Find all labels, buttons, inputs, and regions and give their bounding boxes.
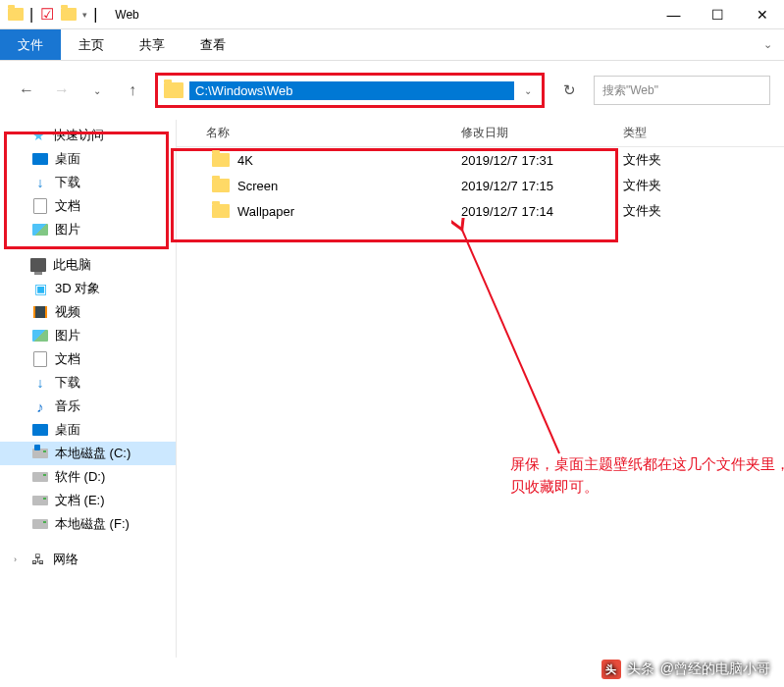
sidebar-label: 桌面: [55, 150, 80, 168]
sidebar-label: 文档 (E:): [55, 492, 105, 509]
sidebar-label: 音乐: [55, 397, 80, 415]
ribbon-file-tab[interactable]: 文件: [0, 29, 61, 60]
sidebar-item-documents[interactable]: 文档: [0, 194, 176, 218]
folder-icon[interactable]: [61, 7, 77, 23]
sidebar-item-this-pc[interactable]: 此电脑: [0, 253, 176, 277]
file-date: 2019/12/7 17:14: [461, 204, 623, 219]
folder-icon: [212, 179, 230, 192]
watermark: 头 头条 @曾经的电脑小哥: [601, 660, 770, 679]
file-row[interactable]: Screen 2019/12/7 17:15 文件夹: [177, 173, 784, 198]
folder-icon: [212, 153, 230, 167]
qat-dropdown-icon[interactable]: ▾: [82, 10, 87, 20]
chevron-down-icon[interactable]: ⌄: [514, 85, 542, 96]
ribbon-tab-share[interactable]: 共享: [122, 29, 183, 60]
column-header-name[interactable]: 名称: [177, 125, 461, 141]
sidebar-label: 图片: [55, 327, 80, 344]
folder-icon: [8, 7, 24, 23]
file-date: 2019/12/7 17:31: [461, 153, 623, 168]
file-name: Screen: [237, 179, 278, 193]
back-button[interactable]: ←: [14, 78, 39, 103]
ribbon-expand-icon[interactable]: ⌄: [752, 38, 784, 51]
sidebar-label: 下载: [55, 174, 80, 191]
sidebar-label: 本地磁盘 (F:): [55, 515, 130, 533]
sidebar-item-pictures[interactable]: 图片: [0, 218, 176, 241]
sidebar-label: 3D 对象: [55, 280, 100, 297]
ribbon: 文件 主页 共享 查看 ⌄: [0, 29, 784, 61]
title-bar: | ☑ ▾ | Web — ☐ ✕: [0, 0, 784, 29]
recent-dropdown-icon[interactable]: ⌄: [84, 78, 110, 103]
divider: |: [29, 6, 33, 24]
sidebar-item-desktop[interactable]: 桌面: [0, 147, 176, 171]
file-row[interactable]: Wallpaper 2019/12/7 17:14 文件夹: [177, 198, 784, 224]
ribbon-tab-home[interactable]: 主页: [61, 29, 122, 60]
refresh-button[interactable]: ↻: [554, 76, 584, 105]
quick-access-toolbar: | ☑ ▾ |: [0, 6, 105, 24]
address-path[interactable]: C:\Windows\Web: [189, 81, 514, 100]
annotation-text: 屏保，桌面主题壁纸都在这几个文件夹里，拷贝收藏即可。: [510, 453, 784, 498]
sidebar: ★快速访问 桌面 ↓下载 文档 图片 此电脑 ▣3D 对象 视频 图片 文档 ↓…: [0, 120, 177, 658]
file-name: 4K: [237, 153, 253, 168]
folder-icon: [212, 204, 230, 218]
divider: |: [93, 6, 97, 24]
column-header-date[interactable]: 修改日期: [461, 125, 623, 141]
sidebar-item-documents[interactable]: 文档: [0, 347, 176, 371]
sidebar-item-desktop[interactable]: 桌面: [0, 418, 176, 442]
content-area: ★快速访问 桌面 ↓下载 文档 图片 此电脑 ▣3D 对象 视频 图片 文档 ↓…: [0, 120, 784, 658]
file-type: 文件夹: [623, 151, 784, 169]
forward-button[interactable]: →: [49, 78, 75, 103]
up-button[interactable]: ↑: [120, 78, 145, 103]
file-name: Wallpaper: [237, 204, 294, 219]
sidebar-item-drive-d[interactable]: 软件 (D:): [0, 465, 176, 489]
search-input[interactable]: 搜索"Web": [594, 76, 770, 105]
sidebar-label: 桌面: [55, 421, 80, 439]
sidebar-label: 此电脑: [53, 256, 91, 274]
sidebar-item-drive-e[interactable]: 文档 (E:): [0, 489, 176, 512]
file-list-area: 名称 修改日期 类型 4K 2019/12/7 17:31 文件夹 Screen…: [177, 120, 784, 658]
file-date: 2019/12/7 17:15: [461, 179, 623, 193]
watermark-author: @曾经的电脑小哥: [660, 661, 770, 678]
sidebar-item-music[interactable]: ♪音乐: [0, 395, 176, 418]
svg-line-0: [461, 228, 559, 453]
annotation-arrow: [451, 218, 589, 463]
sidebar-label: 网络: [53, 551, 78, 568]
sidebar-label: 软件 (D:): [55, 468, 105, 486]
sidebar-label: 下载: [55, 374, 80, 392]
sidebar-label: 本地磁盘 (C:): [55, 445, 131, 462]
sidebar-item-3d-objects[interactable]: ▣3D 对象: [0, 277, 176, 300]
sidebar-item-network[interactable]: ›🖧网络: [0, 548, 176, 571]
file-row[interactable]: 4K 2019/12/7 17:31 文件夹: [177, 147, 784, 173]
window-controls: — ☐ ✕: [652, 0, 784, 29]
file-type: 文件夹: [623, 202, 784, 220]
sidebar-label: 文档: [55, 197, 80, 215]
window-title: Web: [105, 8, 652, 22]
ribbon-tab-view[interactable]: 查看: [183, 29, 243, 60]
sidebar-label: 文档: [55, 350, 80, 368]
sidebar-item-drive-c[interactable]: 本地磁盘 (C:): [0, 442, 176, 465]
close-button[interactable]: ✕: [740, 0, 784, 29]
column-header-type[interactable]: 类型: [623, 125, 784, 141]
minimize-button[interactable]: —: [652, 0, 696, 29]
sidebar-label: 视频: [55, 303, 80, 321]
watermark-prefix: 头条: [627, 661, 654, 678]
sidebar-label: 快速访问: [53, 127, 104, 144]
sidebar-item-downloads[interactable]: ↓下载: [0, 171, 176, 194]
sidebar-label: 图片: [55, 221, 80, 238]
watermark-logo-icon: 头: [601, 660, 621, 679]
sidebar-item-downloads[interactable]: ↓下载: [0, 371, 176, 395]
file-rows: 4K 2019/12/7 17:31 文件夹 Screen 2019/12/7 …: [177, 147, 784, 224]
nav-bar: ← → ⌄ ↑ C:\Windows\Web ⌄ ↻ 搜索"Web": [0, 61, 784, 120]
sidebar-item-drive-f[interactable]: 本地磁盘 (F:): [0, 512, 176, 536]
sidebar-item-pictures[interactable]: 图片: [0, 324, 176, 347]
maximize-button[interactable]: ☐: [696, 0, 740, 29]
checkbox-icon[interactable]: ☑: [39, 7, 55, 23]
folder-icon: [164, 82, 183, 98]
column-headers: 名称 修改日期 类型: [177, 120, 784, 147]
sidebar-item-videos[interactable]: 视频: [0, 300, 176, 324]
file-type: 文件夹: [623, 177, 784, 194]
address-bar[interactable]: C:\Windows\Web ⌄: [155, 73, 545, 108]
sidebar-item-quick-access[interactable]: ★快速访问: [0, 124, 176, 147]
